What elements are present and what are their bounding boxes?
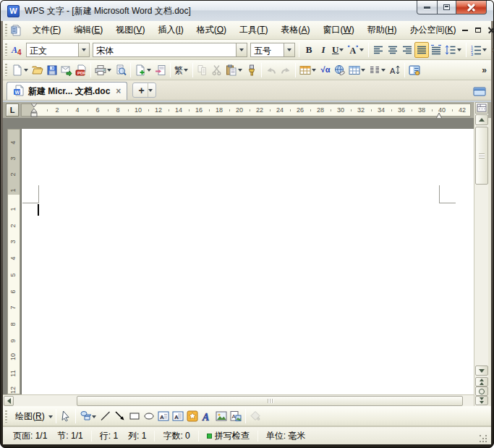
vertical-text-box-button[interactable]: A <box>171 408 185 424</box>
document-tab[interactable]: W 新建 Micr... 文档.doc × <box>7 82 127 100</box>
numbering-button-dropdown[interactable] <box>482 43 487 57</box>
text-direction-button[interactable]: A <box>388 62 402 78</box>
vertical-scroll-thumb[interactable] <box>475 127 488 185</box>
bold-button[interactable]: B <box>302 42 316 58</box>
select-object-button[interactable] <box>59 408 73 424</box>
size-combo-dropdown[interactable] <box>284 43 294 56</box>
menu-item-w[interactable]: 窗口(W) <box>316 21 360 39</box>
format-painter-button[interactable] <box>244 62 259 78</box>
vertical-ruler[interactable]: 4321123456789101112 <box>7 129 20 394</box>
justify-button[interactable] <box>414 42 429 58</box>
horizontal-ruler[interactable]: 24681012141618202224262830323436384042 <box>21 103 471 117</box>
document-page[interactable] <box>22 129 474 394</box>
toolbar-grip[interactable] <box>5 24 7 36</box>
wordart-button[interactable]: A <box>200 408 214 424</box>
draw-menu-dropdown[interactable] <box>48 407 54 426</box>
print-button-dropdown[interactable] <box>106 63 112 77</box>
close-button[interactable] <box>456 1 487 14</box>
next-page-button[interactable] <box>475 396 488 405</box>
previous-page-button[interactable] <box>475 377 488 386</box>
draw-menu-button[interactable]: 绘图(R) <box>10 408 48 424</box>
columns-button[interactable] <box>367 62 388 78</box>
menu-item-o[interactable]: 格式(O) <box>190 21 233 39</box>
toolbar-grip[interactable] <box>5 410 7 423</box>
document-map-button[interactable] <box>407 62 422 78</box>
underline-button[interactable]: U <box>331 42 346 58</box>
restore-button[interactable] <box>437 1 456 14</box>
menu-item-i[interactable]: 插入(I) <box>151 21 189 39</box>
table-grid-button-dropdown[interactable] <box>360 63 366 77</box>
tab-stop-selector[interactable]: L <box>6 103 19 117</box>
horizontal-scroll-thumb[interactable] <box>77 396 463 406</box>
insert-wordart-button[interactable] <box>185 408 200 424</box>
formula-button[interactable]: √α <box>318 62 333 78</box>
resize-grip[interactable] <box>480 435 488 444</box>
table-grid-button[interactable] <box>347 62 367 78</box>
convert-traditional-button-dropdown[interactable] <box>183 63 189 77</box>
show-ruler-toggle[interactable] <box>475 102 488 114</box>
align-left-button[interactable] <box>371 42 386 58</box>
character-scale-button[interactable]: A <box>346 42 366 58</box>
underline-button-dropdown[interactable] <box>338 43 344 57</box>
align-center-button[interactable] <box>386 42 400 58</box>
mdi-minimize-button[interactable] <box>462 30 468 31</box>
menu-item-a[interactable]: 表格(A) <box>274 21 316 39</box>
tab-layout-icon[interactable] <box>473 86 486 96</box>
autoshapes-button[interactable] <box>78 408 98 424</box>
new-tab-button[interactable]: + <box>132 83 156 98</box>
document-workspace[interactable]: 4321123456789101112 <box>3 118 474 394</box>
insert-table-button[interactable] <box>298 62 318 78</box>
font-combo-dropdown[interactable] <box>236 43 247 56</box>
page-break-button[interactable] <box>153 62 168 78</box>
print-button[interactable] <box>93 62 114 78</box>
export-pdf-button[interactable]: PDF <box>74 62 88 78</box>
arrow-button[interactable] <box>113 408 127 424</box>
scroll-up-button[interactable] <box>475 114 488 125</box>
menu-item-k[interactable]: 办公空间(K) <box>403 21 462 39</box>
insert-clipart-button[interactable]: A <box>229 408 243 424</box>
horizontal-scrollbar[interactable] <box>3 394 474 406</box>
insert-page-button[interactable] <box>133 62 153 78</box>
align-right-button[interactable] <box>400 42 414 58</box>
standard-more-button[interactable]: » <box>479 64 490 77</box>
paste-button-dropdown[interactable] <box>237 63 243 77</box>
open-button[interactable] <box>30 62 45 78</box>
minimize-button[interactable] <box>417 1 438 14</box>
insert-page-button-dropdown[interactable] <box>146 63 152 77</box>
new-tab-dropdown[interactable] <box>148 83 153 97</box>
size-combo[interactable]: 五号 <box>250 43 295 57</box>
print-preview-button[interactable] <box>114 62 128 78</box>
toolbar-grip[interactable] <box>5 43 7 56</box>
autoshapes-button-dropdown[interactable] <box>91 409 97 423</box>
menu-item-e[interactable]: 编辑(E) <box>67 21 109 39</box>
mdi-restore-button[interactable] <box>475 28 481 33</box>
menu-item-h[interactable]: 帮助(H) <box>361 21 404 39</box>
menu-item-v[interactable]: 视图(V) <box>109 21 151 39</box>
scroll-down-button[interactable] <box>475 365 488 376</box>
convert-traditional-button[interactable]: 繁 <box>173 62 190 78</box>
toolbar-grip[interactable] <box>5 64 7 76</box>
paste-button[interactable] <box>224 62 244 78</box>
numbering-button[interactable]: 123 <box>469 42 489 58</box>
insert-picture-button[interactable] <box>214 408 229 424</box>
font-combo[interactable]: 宋体 <box>93 43 247 57</box>
menu-item-f[interactable]: 文件(F) <box>26 21 67 39</box>
insert-table-button-dropdown[interactable] <box>311 63 317 77</box>
distribute-button[interactable] <box>429 42 443 58</box>
line-button[interactable] <box>98 408 113 424</box>
line-spacing-button[interactable] <box>443 42 464 58</box>
select-browse-object-button[interactable] <box>475 386 488 396</box>
text-box-button[interactable]: A <box>156 408 171 424</box>
scroll-left-button[interactable] <box>4 396 14 406</box>
menu-item-t[interactable]: 工具(T) <box>233 21 274 39</box>
character-scale-button-dropdown[interactable] <box>359 43 365 57</box>
style-combo[interactable]: 正文 <box>26 43 90 57</box>
new-document-button[interactable] <box>10 62 30 78</box>
italic-button[interactable]: I <box>316 42 331 58</box>
indent-marker[interactable] <box>30 103 38 118</box>
format-more-button[interactable]: » <box>489 43 494 56</box>
rectangle-button[interactable] <box>127 408 142 424</box>
hyperlink-button[interactable] <box>333 62 347 78</box>
save-button[interactable] <box>45 62 59 78</box>
line-spacing-button-dropdown[interactable] <box>456 43 462 57</box>
